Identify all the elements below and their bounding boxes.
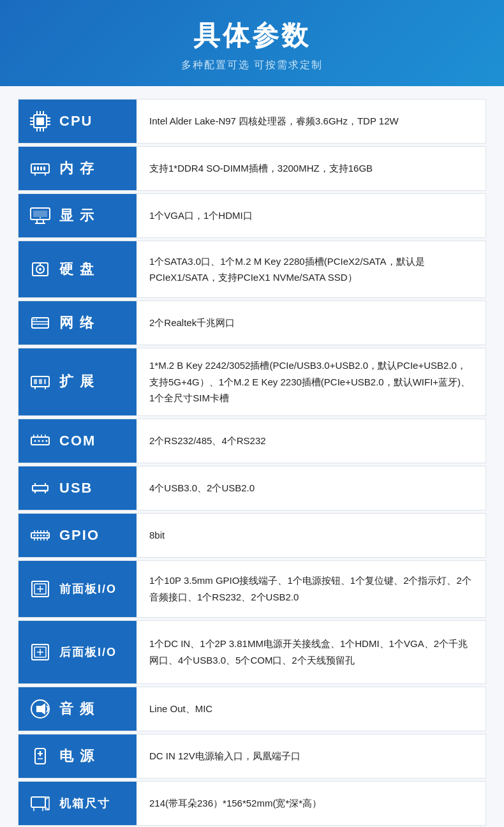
page-title: 具体参数 <box>13 18 491 54</box>
svg-point-29 <box>39 268 41 271</box>
spec-label-cpu-text: CPU <box>59 113 93 130</box>
display-icon <box>27 203 53 228</box>
spec-row-com: COM 2个RS232/485、4个RS232 <box>18 419 486 463</box>
svg-rect-22 <box>33 211 47 217</box>
spec-value-network: 2个Realtek千兆网口 <box>137 301 485 345</box>
svg-rect-39 <box>44 379 46 384</box>
svg-rect-37 <box>34 379 37 384</box>
memory-icon <box>27 156 53 181</box>
svg-point-35 <box>36 319 37 320</box>
spec-label-front-io: 前面板I/O <box>19 561 137 617</box>
spec-label-com: COM <box>19 419 137 463</box>
spec-value-audio: Line Out、MIC <box>137 687 485 731</box>
spec-label-expansion: 扩 展 <box>19 348 137 415</box>
svg-rect-87 <box>31 797 45 807</box>
spec-row-front-io: 前面板I/O 1个10P 3.5mm GPIO接线端子、1个电源按钮、1个复位键… <box>18 560 486 618</box>
spec-row-usb: USB 4个USB3.0、2个USB2.0 <box>18 466 486 510</box>
cpu-icon <box>27 108 53 134</box>
spec-label-memory: 内 存 <box>19 147 137 190</box>
spec-label-gpio-text: GPIO <box>59 527 100 544</box>
spec-label-expansion-text: 扩 展 <box>59 372 95 391</box>
rear-io-icon <box>27 639 53 665</box>
chassis-icon <box>27 791 53 816</box>
spec-label-com-text: COM <box>59 433 96 449</box>
spec-label-cpu: CPU <box>19 100 137 143</box>
spec-value-chassis: 214(带耳朵236）*156*52mm(宽*深*高） <box>137 782 485 825</box>
spec-row-audio: 音 频 Line Out、MIC <box>18 687 486 731</box>
spec-label-audio: 音 频 <box>19 687 137 731</box>
header-subtitle: 多种配置可选 可按需求定制 <box>13 59 491 72</box>
spec-row-cpu: CPU Intel Alder Lake-N97 四核处理器，睿频3.6GHz，… <box>18 99 486 144</box>
svg-rect-17 <box>40 167 42 170</box>
svg-point-58 <box>34 534 36 536</box>
spec-row-rear-io: 后面板I/O 1个DC IN、1个2P 3.81MM电源开关接线盒、1个HDMI… <box>18 620 486 684</box>
svg-point-43 <box>34 440 36 442</box>
svg-point-45 <box>42 440 44 442</box>
svg-rect-15 <box>34 167 36 170</box>
svg-point-26 <box>40 217 41 218</box>
svg-point-61 <box>43 534 45 536</box>
spec-row-display: 显 示 1个VGA口，1个HDMI口 <box>18 193 486 238</box>
svg-point-59 <box>37 534 39 536</box>
expansion-icon <box>27 369 53 394</box>
spec-value-storage: 1个SATA3.0口、1个M.2 M Key 2280插槽(PCIeX2/SAT… <box>137 241 485 297</box>
spec-label-power-text: 电 源 <box>59 747 95 766</box>
spec-table: CPU Intel Alder Lake-N97 四核处理器，睿频3.6GHz，… <box>0 86 504 827</box>
spec-value-com: 2个RS232/485、4个RS232 <box>137 419 485 463</box>
spec-label-rear-io-text: 后面板I/O <box>59 644 117 660</box>
audio-icon <box>27 696 53 722</box>
svg-rect-16 <box>37 167 39 170</box>
svg-point-60 <box>40 534 42 536</box>
spec-row-network: 网 络 2个Realtek千兆网口 <box>18 301 486 345</box>
svg-point-62 <box>47 534 48 536</box>
svg-rect-1 <box>36 117 44 125</box>
spec-row-gpio: GPIO 8bit <box>18 513 486 558</box>
svg-marker-82 <box>36 703 45 715</box>
svg-point-44 <box>38 440 40 442</box>
spec-label-storage: 硬 盘 <box>19 241 137 297</box>
network-icon <box>27 310 53 336</box>
spec-label-network-text: 网 络 <box>59 313 95 332</box>
spec-label-power: 电 源 <box>19 734 137 778</box>
spec-row-storage: 硬 盘 1个SATA3.0口、1个M.2 M Key 2280插槽(PCIeX2… <box>18 241 486 298</box>
svg-point-34 <box>33 319 34 320</box>
usb-icon <box>27 475 53 501</box>
power-icon <box>27 743 53 769</box>
header: 具体参数 多种配置可选 可按需求定制 <box>0 0 504 86</box>
com-icon <box>27 428 53 454</box>
spec-value-front-io: 1个10P 3.5mm GPIO接线端子、1个电源按钮、1个复位键、2个指示灯、… <box>137 561 485 617</box>
svg-rect-31 <box>32 318 48 328</box>
spec-label-memory-text: 内 存 <box>59 159 95 178</box>
spec-label-front-io-text: 前面板I/O <box>59 581 117 597</box>
spec-label-network: 网 络 <box>19 301 137 345</box>
spec-value-memory: 支持1*DDR4 SO-DIMM插槽，3200MHZ，支持16GB <box>137 147 485 190</box>
svg-rect-38 <box>39 379 42 384</box>
spec-value-power: DC IN 12V电源输入口，凤凰端子口 <box>137 734 485 778</box>
spec-value-usb: 4个USB3.0、2个USB2.0 <box>137 466 485 510</box>
svg-point-46 <box>46 440 48 442</box>
spec-label-display: 显 示 <box>19 194 137 237</box>
spec-row-chassis: 机箱尺寸 214(带耳朵236）*156*52mm(宽*深*高） <box>18 781 486 826</box>
spec-row-power: 电 源 DC IN 12V电源输入口，凤凰端子口 <box>18 734 486 779</box>
spec-value-expansion: 1*M.2 B Key 2242/3052插槽(PCIe/USB3.0+USB2… <box>137 348 485 415</box>
spec-value-rear-io: 1个DC IN、1个2P 3.81MM电源开关接线盒、1个HDMI、1个VGA、… <box>137 621 485 683</box>
spec-label-storage-text: 硬 盘 <box>59 260 95 279</box>
svg-rect-18 <box>43 167 45 170</box>
storage-icon <box>27 257 53 282</box>
spec-label-chassis: 机箱尺寸 <box>19 782 137 825</box>
spec-value-gpio: 8bit <box>137 514 485 557</box>
spec-value-cpu: Intel Alder Lake-N97 四核处理器，睿频3.6GHz，TDP … <box>137 100 485 143</box>
spec-row-memory: 内 存 支持1*DDR4 SO-DIMM插槽，3200MHZ，支持16GB <box>18 146 486 191</box>
spec-label-display-text: 显 示 <box>59 206 95 225</box>
front-io-icon <box>27 576 53 602</box>
gpio-icon <box>27 523 53 548</box>
spec-value-display: 1个VGA口，1个HDMI口 <box>137 194 485 237</box>
spec-label-chassis-text: 机箱尺寸 <box>59 796 110 811</box>
spec-label-usb: USB <box>19 466 137 510</box>
spec-label-usb-text: USB <box>59 480 93 496</box>
spec-label-gpio: GPIO <box>19 514 137 557</box>
spec-label-rear-io: 后面板I/O <box>19 621 137 683</box>
spec-label-audio-text: 音 频 <box>59 699 95 719</box>
spec-row-expansion: 扩 展 1*M.2 B Key 2242/3052插槽(PCIe/USB3.0+… <box>18 348 486 416</box>
